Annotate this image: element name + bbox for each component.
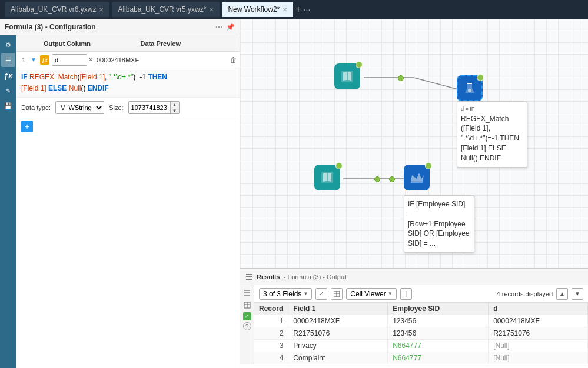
strip-list-icon[interactable] bbox=[242, 287, 253, 298]
cell-field1: Privacy bbox=[288, 340, 388, 352]
sidebar-icon-save[interactable]: 💾 bbox=[1, 99, 15, 113]
field-toggle[interactable]: ▼ bbox=[31, 56, 40, 63]
sidebar-icon-settings[interactable]: ⚙ bbox=[1, 38, 15, 52]
node-badge-flask bbox=[477, 74, 484, 81]
field-data-preview: 00002418MXF bbox=[94, 56, 230, 63]
more-tabs-button[interactable]: ··· bbox=[304, 5, 311, 14]
expr-func: REGEX_Match bbox=[29, 73, 77, 81]
col-d: d bbox=[489, 303, 588, 315]
size-down-arrow[interactable]: ▼ bbox=[171, 108, 179, 113]
flask-icon-top[interactable] bbox=[457, 75, 483, 101]
node-badge-top bbox=[356, 61, 363, 68]
field-row-1: 1 ▼ ƒx ✕ 00002418MXF 🗑 bbox=[16, 52, 240, 68]
tab-alibaba-vr5[interactable]: Alibaba_UK_CVR vr5.yxwz* ✕ bbox=[112, 2, 220, 17]
cell-d: 00002418MXF bbox=[489, 315, 588, 327]
tab-close-vr6[interactable]: ✕ bbox=[99, 6, 104, 13]
config-content: Output Column Data Preview 1 ▼ ƒx ✕ 0000… bbox=[16, 35, 240, 368]
expr-field2: [Field 1] bbox=[21, 84, 46, 92]
panel-header-icons: ⋯ 📌 bbox=[215, 23, 235, 31]
book-icon-bottom[interactable] bbox=[314, 165, 340, 190]
expr-null-paren: () bbox=[81, 84, 87, 92]
results-list-icon bbox=[245, 273, 253, 281]
size-up-arrow[interactable]: ▲ bbox=[171, 102, 179, 108]
size-arrows: ▲ ▼ bbox=[170, 102, 179, 113]
cell-row-idx: 4 bbox=[254, 352, 288, 364]
node-book-top[interactable] bbox=[334, 63, 360, 89]
connector-dot-bottom-1 bbox=[374, 176, 380, 182]
nav-down-button[interactable]: ▼ bbox=[572, 288, 583, 300]
cell-viewer-label: Cell Viewer bbox=[350, 290, 386, 298]
results-toolbar: 3 of 3 Fields ▼ ✓ bbox=[254, 285, 588, 303]
data-preview-header: Data Preview bbox=[141, 40, 238, 47]
expr-null-func: Null bbox=[69, 84, 81, 92]
connector-dot-bottom-2 bbox=[389, 176, 395, 182]
tooltip-field: d = IF bbox=[461, 105, 523, 113]
tab-label: Alibaba_UK_CVR vr6.yxwz bbox=[11, 5, 96, 14]
cell-d: R21751076 bbox=[489, 327, 588, 340]
records-count: 4 records displayed bbox=[497, 290, 553, 297]
results-table: Record Field 1 Employee SID d 100002418M… bbox=[254, 303, 588, 364]
tab-label: Alibaba_UK_CVR vr5.yxwz* bbox=[118, 5, 206, 14]
results-subtitle: - Formula (3) - Output bbox=[284, 273, 346, 280]
results-table-wrap: 3 of 3 Fields ▼ ✓ bbox=[254, 285, 588, 364]
node-flask-top[interactable] bbox=[457, 75, 483, 101]
tab-alibaba-vr6[interactable]: Alibaba_UK_CVR vr6.yxwz ✕ bbox=[5, 2, 109, 17]
col-emp-sid: Employee SID bbox=[388, 303, 489, 315]
cell-row-idx: 1 bbox=[254, 315, 288, 327]
field-type-icon: ƒx bbox=[40, 55, 49, 65]
cell-row-idx: 3 bbox=[254, 340, 288, 352]
strip-table-icon[interactable] bbox=[242, 300, 253, 310]
book-icon-top[interactable] bbox=[334, 63, 360, 89]
table-row: 2R21751076123456R21751076 bbox=[254, 327, 588, 340]
panel-body: ⚙ ☰ ƒx ✎ 💾 Output Column Data Preview bbox=[0, 35, 240, 368]
size-input-wrap: ▲ ▼ bbox=[128, 101, 180, 114]
toolbar-check-button[interactable]: ✓ bbox=[315, 288, 327, 300]
table-row: 3PrivacyN664777[Null] bbox=[254, 340, 588, 352]
sidebar-icon-edit[interactable]: ✎ bbox=[1, 83, 15, 98]
cell-emp-sid: N664777 bbox=[388, 340, 489, 352]
ellipsis-icon[interactable]: ⋯ bbox=[215, 23, 222, 31]
datatype-select[interactable]: V_WString bbox=[55, 101, 104, 114]
size-label: Size: bbox=[109, 104, 123, 111]
tooltip-text: REGEX_Match ([Field 1], ".*\d+.*")=-1 TH… bbox=[461, 114, 523, 163]
toolbar-table-button[interactable] bbox=[331, 288, 343, 300]
expr-else: ELSE bbox=[48, 84, 69, 92]
cell-emp-sid: N664777 bbox=[388, 352, 489, 364]
svg-line-2 bbox=[414, 78, 458, 89]
sidebar-icon-formula[interactable]: ƒx bbox=[1, 68, 15, 82]
expr-comma: , bbox=[105, 73, 109, 81]
expr-then: THEN bbox=[148, 73, 167, 81]
results-panel: Results - Formula (3) - Output bbox=[240, 268, 588, 368]
node-book-bottom[interactable] bbox=[314, 165, 340, 190]
add-field-button[interactable]: + bbox=[21, 121, 33, 132]
size-input[interactable] bbox=[129, 102, 170, 113]
tab-new-workflow[interactable]: New Workflow2* ✕ bbox=[222, 2, 293, 17]
expr-if: IF bbox=[21, 73, 29, 81]
cell-d: [Null] bbox=[489, 340, 588, 352]
tab-close-vr5[interactable]: ✕ bbox=[209, 6, 214, 13]
field-delete-button[interactable]: 🗑 bbox=[230, 56, 237, 64]
pushpin-icon[interactable]: 📌 bbox=[226, 23, 235, 31]
nav-up-button[interactable]: ▲ bbox=[556, 288, 568, 300]
results-content: ✓ ? 3 of 3 Fields ▼ ✓ bbox=[240, 285, 588, 364]
datatype-row: Data type: V_WString Size: ▲ ▼ bbox=[16, 98, 240, 118]
toolbar-separator-btn[interactable]: | bbox=[400, 288, 412, 300]
sidebar-icon-list[interactable]: ☰ bbox=[1, 53, 15, 67]
node-crown-bottom[interactable] bbox=[404, 165, 430, 190]
field-name-input[interactable] bbox=[52, 54, 87, 66]
expr-pattern: ".*\d+.*" bbox=[109, 73, 134, 81]
results-header: Results - Formula (3) - Output bbox=[240, 269, 588, 285]
add-tab-button[interactable]: + bbox=[295, 4, 301, 15]
output-column-header: Output Column bbox=[33, 40, 141, 47]
canvas-background[interactable]: d = IF REGEX_Match ([Field 1], ".*\d+.*"… bbox=[240, 19, 588, 268]
svg-rect-11 bbox=[411, 181, 423, 183]
cell-viewer-button[interactable]: Cell Viewer ▼ bbox=[346, 288, 396, 300]
strip-help-icon[interactable]: ? bbox=[243, 322, 251, 330]
crown-icon-bottom[interactable] bbox=[404, 165, 430, 190]
cell-viewer-chevron: ▼ bbox=[388, 291, 393, 296]
results-left-strip: ✓ ? bbox=[240, 285, 254, 364]
tab-close-workflow[interactable]: ✕ bbox=[283, 6, 287, 13]
fields-badge[interactable]: 3 of 3 Fields ▼ bbox=[259, 288, 312, 300]
row-number: 1 bbox=[16, 56, 31, 63]
field-clear-button[interactable]: ✕ bbox=[88, 56, 93, 63]
